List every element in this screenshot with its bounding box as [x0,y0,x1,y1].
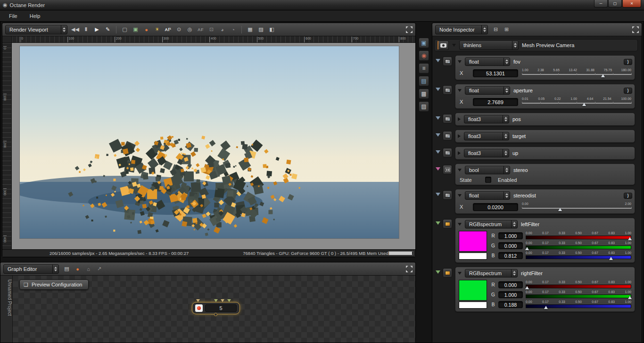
float-node-icon[interactable] [443,190,452,200]
expander-triangle[interactable] [436,167,440,171]
save-image-icon[interactable]: ▤ [62,264,72,274]
aperture-slider[interactable]: 0.010.050.221.004.6421.54100.00 [522,97,631,106]
node-type-dropdown[interactable]: float3 [464,115,509,123]
rgbspectrum-node-icon[interactable] [443,268,452,278]
alpha-checker-icon[interactable]: ▨ [256,24,266,35]
grid-overlay-icon[interactable]: ▦ [245,24,255,35]
outliner-tab-icon[interactable]: ≡ [419,63,429,74]
menu-help[interactable]: Help [24,11,47,21]
expander-triangle[interactable] [436,116,440,120]
rendered-scene[interactable] [20,46,399,238]
stereo-enabled-checkbox[interactable] [485,177,491,183]
bool-node-icon[interactable] [443,165,452,174]
orbit-camera-icon[interactable]: ◕ [217,24,227,35]
node-pin[interactable] [214,299,218,302]
graph-canvas[interactable]: ❏ Preview Configuration 5 [13,276,415,343]
green-value-field[interactable]: 1.000 [498,291,523,298]
white-swatch[interactable] [459,253,487,260]
expand-panel-icon[interactable] [406,266,413,272]
node-type-dropdown[interactable]: RGBspectrum [465,220,518,229]
lock-resolution-icon[interactable]: ⊡ [206,24,216,35]
library-tab-icon[interactable]: ▤ [419,76,429,86]
stop-render-icon[interactable]: ✎ [103,24,113,35]
float-node-icon[interactable] [443,57,452,66]
collapse-triangle[interactable] [458,194,462,197]
float3-node-icon[interactable] [443,148,452,157]
curve-toggle-icon[interactable]: ) [624,59,632,65]
split-view-icon[interactable]: ◧ [267,24,277,35]
pick-white-balance-icon[interactable]: ☀ [152,24,162,35]
expander-triangle[interactable] [436,193,440,196]
maximize-button[interactable]: ▢ [608,0,622,8]
material-ball-icon[interactable]: ● [73,264,83,274]
render-region-icon[interactable]: ▢ [120,24,130,35]
graph-node[interactable]: 5 [192,302,240,314]
mesh-node-icon[interactable]: ⌂ [83,264,93,274]
color-swatch[interactable] [459,280,487,301]
green-slider[interactable]: 0.000.170.330.500.670.831.00 [526,290,631,300]
image-tab-icon[interactable]: ▩ [419,89,429,99]
pick-focus-dot-icon[interactable]: ◎ [185,24,195,35]
float3-node-icon[interactable] [443,114,452,123]
expand-panel-icon[interactable] [406,26,413,33]
expander-triangle[interactable] [436,270,440,274]
blue-slider[interactable]: 0.000.170.330.500.670.831.00 [526,251,631,261]
node-pin[interactable] [221,299,224,302]
environment-tab-icon[interactable]: ▨ [419,101,429,112]
node-type-dropdown[interactable]: float3 [464,132,509,140]
menu-file[interactable]: File [3,11,24,21]
restart-render-icon[interactable]: ◀◀ [70,24,80,35]
collapse-triangle[interactable] [458,60,462,63]
float-window-icon[interactable]: ⊞ [502,24,512,35]
pick-focus-icon[interactable]: ⊙ [174,24,184,35]
node-pin[interactable] [196,299,200,302]
node-type-dropdown[interactable]: RGBspectrum [465,269,518,278]
slider-handle[interactable] [628,237,632,240]
red-value-field[interactable]: 0.000 [498,281,523,288]
pause-render-icon[interactable]: Ⅱ [81,24,91,35]
float3-node-icon[interactable] [443,131,452,140]
collapse-triangle[interactable] [452,44,456,47]
white-swatch[interactable] [459,302,487,309]
blue-value-field[interactable]: 0.188 [498,301,523,308]
expander-triangle[interactable] [436,221,440,225]
slider-handle[interactable] [628,296,632,299]
green-slider[interactable]: 0.000.170.330.500.670.831.00 [526,241,631,251]
autofocus-one-icon[interactable]: Af¹ [163,24,173,35]
node-type-dropdown[interactable]: float [465,86,510,95]
blue-slider[interactable]: 0.000.170.330.500.670.831.00 [526,300,631,310]
play-render-icon[interactable]: ▶ [92,24,102,35]
pan-camera-icon[interactable]: ◔ [228,24,238,35]
stereodist-value-field[interactable]: 0.0200 [473,203,518,211]
expand-panel-icon[interactable] [632,26,639,33]
expander-triangle[interactable] [436,133,440,137]
collapse-triangle[interactable] [458,151,461,155]
autofocus-icon[interactable]: AF [196,24,206,35]
slider-handle[interactable] [609,257,613,260]
expander-triangle[interactable] [436,59,440,62]
green-value-field[interactable]: 0.000 [498,242,523,249]
sync-selection-icon[interactable]: ⊟ [491,24,501,35]
red-slider[interactable]: 0.000.170.330.500.670.831.00 [526,231,631,241]
node-output-port[interactable] [214,313,217,316]
node-type-dropdown[interactable]: float [465,191,510,200]
blue-value-field[interactable]: 0.812 [498,252,523,259]
preview-configuration-button[interactable]: ❏ Preview Configuration [19,279,89,290]
minimize-button[interactable]: ─ [594,0,608,8]
collapse-triangle[interactable] [458,134,461,138]
pick-camera-target-icon[interactable]: ▣ [131,24,140,35]
red-slider[interactable]: 0.000.170.330.500.670.831.00 [526,280,631,290]
project-tab[interactable]: Unnamed Project [0,276,13,343]
node-pin[interactable] [227,299,231,302]
collapse-triangle[interactable] [458,89,462,92]
close-button[interactable]: ✕ [622,0,641,8]
fov-value-field[interactable]: 53.1301 [473,69,518,77]
node-type-dropdown[interactable]: float3 [464,149,509,157]
fov-slider[interactable]: 1.002.385.6513.4231.8875.75180.00 [522,68,631,78]
node-type-dropdown[interactable]: bool [465,166,510,174]
camera-type-dropdown[interactable]: thinlens [459,41,519,50]
slider-handle[interactable] [582,103,586,106]
panel-selector-dropdown[interactable]: Render Viewport [5,25,67,34]
collapse-triangle[interactable] [458,272,462,275]
red-value-field[interactable]: 1.000 [498,232,523,239]
